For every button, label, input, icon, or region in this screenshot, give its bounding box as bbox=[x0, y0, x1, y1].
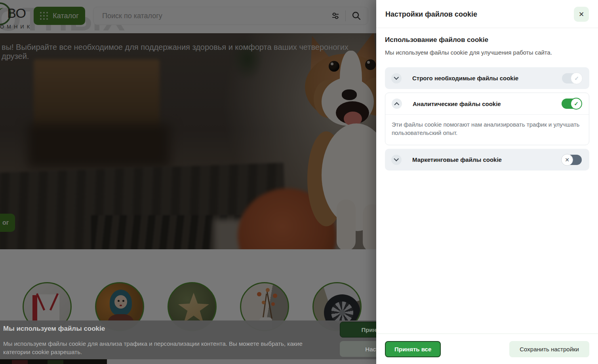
toggle-analytics[interactable]: ✓ bbox=[562, 99, 581, 109]
cookie-banner-title: Мы используем файлы cookie bbox=[3, 325, 105, 333]
accept-all-button[interactable]: Принять все bbox=[385, 341, 441, 357]
accordion-label: Аналитические файлы cookie bbox=[413, 100, 562, 107]
accordion-description: Эти файлы cookie помогают нам анализиров… bbox=[385, 115, 589, 145]
drawer-title: Настройки файлов cookie bbox=[385, 10, 477, 19]
accordion-strictly-necessary: Строго необходимые файлы cookie ✓ bbox=[385, 67, 589, 89]
close-button[interactable]: ✕ bbox=[574, 7, 589, 22]
cookie-banner-text: Мы используем файлы cookie для анализа т… bbox=[3, 339, 320, 356]
save-settings-button[interactable]: Сохранить настройки bbox=[509, 341, 589, 357]
drawer-body: Использование файлов cookie Мы используе… bbox=[376, 28, 598, 174]
usage-section-text: Мы используем файлы cookie для улучшения… bbox=[385, 49, 589, 56]
accordion-analytics: Аналитические файлы cookie ✓ Эти файлы c… bbox=[385, 93, 589, 145]
accordion-label: Строго необходимые файлы cookie bbox=[412, 75, 562, 82]
usage-section-title: Использование файлов cookie bbox=[385, 36, 589, 44]
accordion-label: Маркетинговые файлы cookie bbox=[412, 156, 562, 163]
drawer-header: Настройки файлов cookie ✕ bbox=[376, 0, 598, 28]
drawer-footer: Принять все Сохранить настройки bbox=[376, 334, 598, 364]
accordion-header-strictly-necessary[interactable]: Строго необходимые файлы cookie ✓ bbox=[385, 67, 589, 89]
chevron-down-icon bbox=[391, 73, 402, 83]
chevron-down-icon bbox=[391, 155, 402, 165]
accordion-header-marketing[interactable]: Маркетинговые файлы cookie ✕ bbox=[385, 149, 589, 171]
toggle-marketing[interactable]: ✕ bbox=[562, 155, 582, 165]
cookie-settings-drawer: Настройки файлов cookie ✕ Использование … bbox=[376, 0, 598, 364]
toggle-strictly-necessary: ✓ bbox=[562, 73, 582, 83]
chevron-up-icon bbox=[392, 99, 402, 109]
accordion-header-analytics[interactable]: Аналитические файлы cookie ✓ bbox=[385, 93, 589, 114]
check-icon: ✓ bbox=[574, 100, 579, 107]
check-icon: ✓ bbox=[574, 75, 579, 82]
screen: ОТНЫХ ВО ОМНИК Каталог bbox=[0, 0, 598, 364]
accordion-marketing: Маркетинговые файлы cookie ✕ bbox=[385, 149, 589, 171]
close-icon: ✕ bbox=[579, 10, 584, 19]
x-icon: ✕ bbox=[565, 157, 569, 163]
